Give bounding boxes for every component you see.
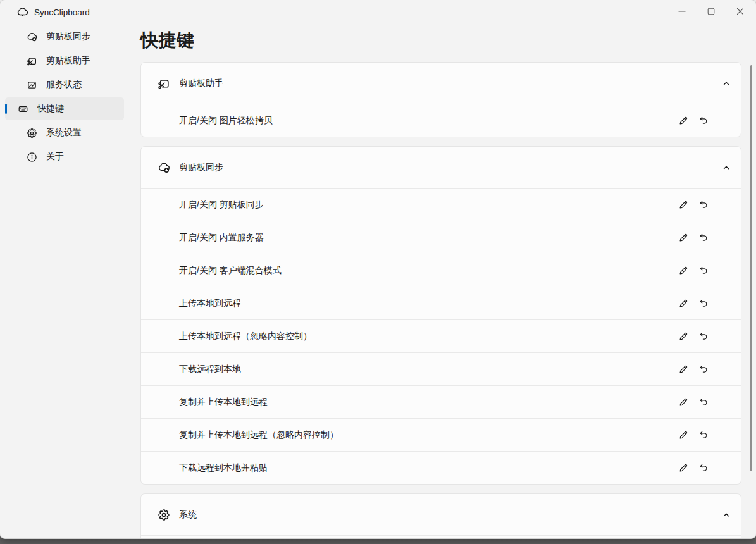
group-header[interactable]: 剪贴板同步 — [141, 147, 741, 188]
pencil-icon — [678, 364, 688, 374]
hotkey-label: 下载远程到本地并粘贴 — [179, 462, 673, 474]
sidebar-item-service-status[interactable]: 服务状态 — [5, 73, 124, 96]
hotkey-row: 复制并上传本地到远程 — [141, 385, 741, 418]
pencil-icon — [678, 266, 688, 276]
edit-hotkey-button[interactable] — [673, 228, 693, 248]
undo-icon — [698, 233, 709, 243]
reset-hotkey-button[interactable] — [693, 228, 714, 248]
hotkey-row: 复制并上传本地到远程（忽略内容控制） — [141, 418, 741, 451]
minimize-button[interactable] — [667, 1, 697, 23]
reset-hotkey-button[interactable] — [693, 294, 714, 314]
edit-hotkey-button[interactable] — [673, 195, 693, 215]
sidebar-item-system-settings[interactable]: 系统设置 — [5, 121, 124, 144]
hotkey-group-clipboard-assistant: 剪贴板助手 开启/关闭 图片轻松拷贝 — [140, 62, 741, 137]
undo-icon — [698, 331, 709, 342]
edit-hotkey-button[interactable] — [673, 294, 693, 314]
hotkey-label: 上传本地到远程 — [179, 298, 673, 309]
collapse-button[interactable] — [716, 158, 736, 178]
undo-icon — [698, 266, 709, 276]
titlebar[interactable]: SyncClipboard — [0, 0, 756, 25]
pencil-icon — [678, 299, 688, 309]
group-title: 系统 — [179, 509, 707, 521]
main-content: 快捷键 剪贴板助手 开启/关闭 图片轻松拷贝 剪贴板同步 开启/关闭 剪贴板同步… — [140, 25, 741, 538]
undo-icon — [698, 430, 709, 440]
info-icon — [27, 152, 37, 163]
hotkey-label: 上传本地到远程（忽略内容控制） — [179, 331, 673, 342]
group-header[interactable]: 系统 — [141, 494, 741, 535]
hotkey-row: 开启/关闭 图片轻松拷贝 — [141, 104, 741, 137]
reset-hotkey-button[interactable] — [693, 326, 714, 347]
maximize-icon — [707, 8, 715, 17]
gear-icon — [27, 128, 37, 139]
sidebar-item-clipboard-assistant[interactable]: 剪贴板助手 — [5, 49, 124, 72]
page-title: 快捷键 — [140, 28, 741, 53]
edit-hotkey-button[interactable] — [673, 111, 693, 131]
collapse-button[interactable] — [716, 505, 736, 525]
reset-hotkey-button[interactable] — [693, 392, 714, 412]
sidebar-item-clipboard-sync[interactable]: 剪贴板同步 — [5, 25, 124, 48]
hotkey-row: 开启/关闭 剪贴板同步 — [141, 188, 741, 221]
reset-hotkey-button[interactable] — [693, 359, 714, 380]
collapse-button[interactable] — [716, 73, 736, 94]
sync-cloud-icon — [16, 6, 28, 18]
maximize-button[interactable] — [697, 1, 726, 23]
hotkey-row: 下载远程到本地并粘贴 — [141, 451, 741, 484]
window-controls — [667, 1, 755, 23]
group-title: 剪贴板同步 — [179, 162, 707, 173]
undo-icon — [698, 397, 709, 407]
undo-icon — [698, 299, 709, 309]
edit-hotkey-button[interactable] — [673, 392, 693, 412]
pencil-icon — [678, 331, 688, 342]
edit-hotkey-button[interactable] — [673, 326, 693, 347]
chevron-up-icon — [721, 510, 731, 520]
sidebar-item-label: 剪贴板助手 — [46, 55, 90, 66]
undo-icon — [698, 116, 709, 126]
reset-hotkey-button[interactable] — [693, 111, 714, 131]
clipboard-assistant-icon — [27, 56, 37, 66]
hotkey-label: 开启/关闭 客户端混合模式 — [179, 265, 673, 276]
keyboard-icon — [18, 104, 28, 114]
clipped-row — [141, 535, 741, 538]
undo-icon — [698, 463, 709, 473]
hotkey-group-system: 系统 — [140, 493, 741, 538]
close-button[interactable] — [726, 1, 755, 23]
reset-hotkey-button[interactable] — [693, 458, 714, 478]
pencil-icon — [678, 233, 688, 243]
edit-hotkey-button[interactable] — [673, 458, 693, 478]
pencil-icon — [678, 463, 688, 473]
hotkey-row: 下载远程到本地 — [141, 352, 741, 385]
chevron-up-icon — [721, 78, 731, 89]
edit-hotkey-button[interactable] — [673, 425, 693, 445]
edit-hotkey-button[interactable] — [673, 261, 693, 281]
hotkey-row: 上传本地到远程（忽略内容控制） — [141, 319, 741, 352]
reset-hotkey-button[interactable] — [693, 425, 714, 445]
hotkey-group-clipboard-sync: 剪贴板同步 开启/关闭 剪贴板同步 开启/关闭 内置服务器 开启/关闭 客户端混… — [140, 146, 741, 485]
hotkey-label: 开启/关闭 剪贴板同步 — [179, 199, 673, 211]
hotkey-label: 复制并上传本地到远程 — [179, 397, 673, 408]
sidebar-item-label: 剪贴板同步 — [46, 31, 90, 42]
hotkey-label: 开启/关闭 图片轻松拷贝 — [179, 115, 673, 127]
sidebar-item-label: 快捷键 — [37, 103, 64, 114]
pencil-icon — [678, 200, 688, 210]
group-header[interactable]: 剪贴板助手 — [141, 63, 741, 104]
hotkey-groups: 剪贴板助手 开启/关闭 图片轻松拷贝 剪贴板同步 开启/关闭 剪贴板同步 开启/… — [140, 62, 741, 538]
sidebar-item-label: 关于 — [46, 151, 64, 163]
reset-hotkey-button[interactable] — [693, 195, 714, 215]
sidebar-item-label: 系统设置 — [46, 127, 82, 139]
sidebar-item-about[interactable]: 关于 — [5, 145, 124, 168]
app-title: SyncClipboard — [34, 0, 90, 25]
selected-accent-bar — [5, 104, 7, 114]
reset-hotkey-button[interactable] — [693, 261, 714, 281]
vertical-scrollbar[interactable] — [750, 65, 752, 471]
cloud-download-icon — [158, 161, 170, 174]
edit-hotkey-button[interactable] — [673, 359, 693, 380]
minimize-icon — [678, 8, 686, 17]
chevron-up-icon — [721, 163, 731, 173]
pencil-icon — [678, 430, 688, 440]
sidebar-item-hotkeys[interactable]: 快捷键 — [5, 97, 124, 120]
hotkey-label: 下载远程到本地 — [179, 364, 673, 375]
sidebar-item-label: 服务状态 — [46, 79, 82, 90]
cloud-download-icon — [27, 32, 37, 42]
hotkey-row: 开启/关闭 客户端混合模式 — [141, 254, 741, 287]
undo-icon — [698, 364, 709, 374]
